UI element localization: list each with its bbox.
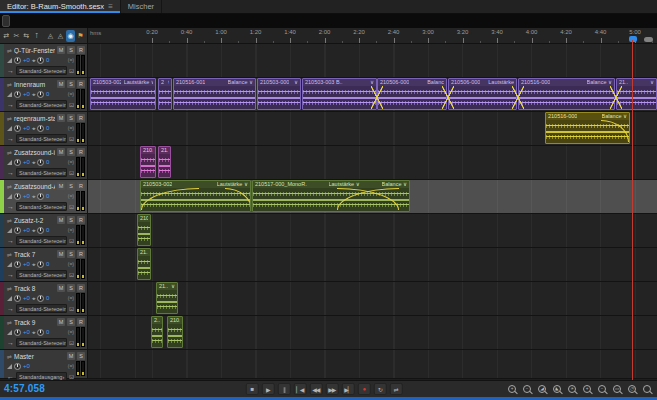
- track-header[interactable]: ⇌Track 7MSR+0◂▸0(=)→Standard-Stereoeinga…: [0, 248, 88, 281]
- track-m-button[interactable]: M: [57, 46, 65, 54]
- track-header[interactable]: ⇌Zusatzsound-AusMSR+0◂▸0(=)→Standard-Ste…: [0, 180, 88, 213]
- clip-envelope-select[interactable]: Balance ∨: [382, 181, 407, 188]
- pan-knob[interactable]: [37, 91, 44, 98]
- audio-clip[interactable]: 21..∨: [156, 282, 178, 314]
- track-m-button[interactable]: M: [57, 80, 65, 88]
- clip-envelope-select[interactable]: ∨: [370, 79, 374, 86]
- audio-clip[interactable]: 210517-000_MonoR.Lautstärke ∨Balance ∨: [252, 180, 410, 212]
- track-m-button[interactable]: M: [57, 148, 65, 156]
- volume-knob[interactable]: [14, 125, 21, 132]
- clip-envelope-select[interactable]: ∨: [650, 79, 654, 86]
- volume-knob[interactable]: [14, 363, 21, 370]
- audio-clip[interactable]: 2..: [151, 316, 163, 348]
- audio-clip[interactable]: 210516-001Balance ∨: [173, 78, 256, 110]
- track-m-button[interactable]: M: [57, 216, 65, 224]
- input-select[interactable]: Standard-Stereoeingang›: [16, 304, 67, 313]
- audio-clip[interactable]: 21..∨: [616, 78, 657, 110]
- drag-handle-icon[interactable]: ⇌: [7, 251, 12, 258]
- drag-handle-icon[interactable]: ⇌: [7, 353, 12, 360]
- crossfade-marker[interactable]: [442, 86, 454, 109]
- track-lane[interactable]: 2..210..: [88, 316, 657, 349]
- audio-clip[interactable]: 210503-002Lautstärke ∨: [140, 180, 251, 212]
- clip-envelope-select[interactable]: Balance ∨: [228, 79, 253, 86]
- skip-selection-button[interactable]: ⇄: [389, 383, 402, 395]
- drag-handle-icon[interactable]: ⇌: [7, 319, 12, 326]
- snapping-toggle[interactable]: ◉: [66, 30, 75, 42]
- track-r-button[interactable]: R: [77, 318, 85, 326]
- track-header[interactable]: ⇌MasterMS+0(=)←Standardausgang›⊡: [0, 350, 88, 378]
- input-select[interactable]: Standard-Stereoeingang›: [16, 338, 67, 347]
- track-m-button[interactable]: M: [57, 182, 65, 190]
- zoom-reset-button[interactable]: ▭: [611, 383, 623, 395]
- pan-knob[interactable]: [37, 57, 44, 64]
- track-r-button[interactable]: R: [77, 182, 85, 190]
- patch-icon[interactable]: ⊡: [69, 305, 74, 312]
- input-select[interactable]: Standard-Stereoeingang›: [16, 202, 67, 211]
- tab-mixer[interactable]: Mischer: [121, 0, 162, 13]
- rewind-button[interactable]: ◀◀: [309, 383, 322, 395]
- drag-handle-icon[interactable]: ⇌: [7, 81, 12, 88]
- track-lane[interactable]: 21..∨: [88, 282, 657, 315]
- timeline-ruler[interactable]: hms 0:200:401:001:201:402:002:202:403:00…: [88, 28, 657, 43]
- track-r-button[interactable]: R: [77, 216, 85, 224]
- patch-icon[interactable]: ⊡: [69, 237, 74, 244]
- audio-clip[interactable]: 21..: [137, 248, 151, 280]
- audio-clip[interactable]: 210503-003 B..∨: [302, 78, 377, 110]
- patch-icon[interactable]: ⊡: [69, 373, 74, 380]
- panel-menu-icon[interactable]: ≡: [108, 2, 113, 11]
- track-r-button[interactable]: R: [77, 250, 85, 258]
- snap-to-clips-toggle[interactable]: ◬: [46, 30, 55, 42]
- stop-button[interactable]: ■: [245, 383, 258, 395]
- record-button[interactable]: ●: [357, 383, 370, 395]
- track-lane[interactable]: [88, 44, 657, 77]
- clip-envelope-select[interactable]: Lautstärke: [488, 79, 514, 86]
- patch-icon[interactable]: ⊡: [69, 135, 74, 142]
- track-header[interactable]: ⇌regenraum-starkMSR+0◂▸0(=)→Standard-Ste…: [0, 112, 88, 145]
- drag-handle-icon[interactable]: ⇌: [7, 47, 12, 54]
- clip-envelope-select[interactable]: ∨: [171, 283, 175, 290]
- track-header[interactable]: ⇌Track 9MSR+0◂▸0(=)→Standard-Stereoeinga…: [0, 316, 88, 349]
- loop-playback-button[interactable]: ↻: [373, 383, 386, 395]
- fast-forward-button[interactable]: ▶▶: [325, 383, 338, 395]
- track-r-button[interactable]: R: [77, 80, 85, 88]
- input-select[interactable]: Standard-Stereoeingang›: [16, 236, 67, 245]
- go-to-end-button[interactable]: ▶▏: [341, 383, 354, 395]
- pan-knob[interactable]: [37, 329, 44, 336]
- zoom-out-vertical-button[interactable]: −: [596, 383, 608, 395]
- clip-envelope-select[interactable]: ∨: [167, 79, 169, 86]
- snap-to-markers-toggle[interactable]: ◬: [56, 30, 65, 42]
- add-marker-toggle[interactable]: ⚑: [76, 30, 85, 42]
- track-s-button[interactable]: S: [67, 216, 75, 224]
- track-header[interactable]: ⇌InnenraumMSR+0◂▸0(=)→Standard-Stereoein…: [0, 78, 88, 111]
- audio-clip[interactable]: 210503-002Lautstärke ∨: [90, 78, 156, 110]
- track-s-button[interactable]: S: [67, 148, 75, 156]
- patch-icon[interactable]: ⊡: [69, 67, 74, 74]
- pan-knob[interactable]: [37, 295, 44, 302]
- input-select[interactable]: Standard-Stereoeingang›: [16, 66, 67, 75]
- volume-knob[interactable]: [14, 193, 21, 200]
- audio-clip[interactable]: 21..: [158, 146, 171, 178]
- drag-handle-icon[interactable]: ⇌: [7, 149, 12, 156]
- clip-envelope-select[interactable]: Balance ∨: [587, 79, 612, 86]
- volume-knob[interactable]: [14, 329, 21, 336]
- playhead-line[interactable]: [632, 40, 633, 380]
- pan-knob[interactable]: [37, 193, 44, 200]
- crossfade-marker[interactable]: [371, 86, 383, 109]
- pan-knob[interactable]: [37, 227, 44, 234]
- volume-knob[interactable]: [14, 295, 21, 302]
- zoom-in-vertical-button[interactable]: +: [581, 383, 593, 395]
- tab-editor[interactable]: Editor: B-Raum-Smooth.sesx ≡: [0, 0, 121, 13]
- track-m-button[interactable]: M: [57, 318, 65, 326]
- drag-handle-icon[interactable]: ⇌: [7, 115, 12, 122]
- pan-knob[interactable]: [37, 159, 44, 166]
- zoom-in-horizontal-button[interactable]: +: [506, 383, 518, 395]
- audio-clip[interactable]: 210516-000Balance ∨: [545, 112, 630, 144]
- track-m-button[interactable]: M: [57, 114, 65, 122]
- play-button[interactable]: ▶: [261, 383, 274, 395]
- track-s-button[interactable]: S: [77, 352, 85, 360]
- track-header[interactable]: ⇌Q-Tür-FensterMSR+0◂▸0(=)→Standard-Stere…: [0, 44, 88, 77]
- patch-icon[interactable]: ⊡: [69, 169, 74, 176]
- track-lane[interactable]: 210503-002Lautstärke ∨210517-000_MonoR.L…: [88, 180, 657, 213]
- track-r-button[interactable]: R: [77, 46, 85, 54]
- track-lane[interactable]: 210..21..: [88, 146, 657, 179]
